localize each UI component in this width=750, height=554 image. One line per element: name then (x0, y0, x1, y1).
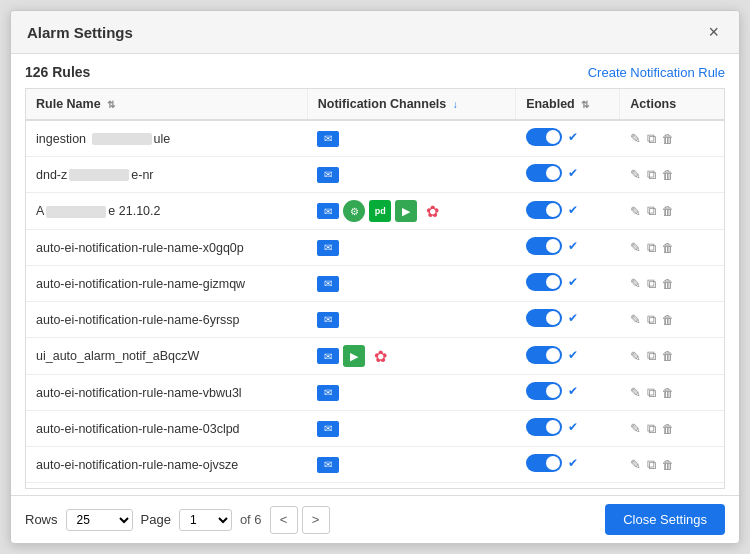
toggle-check-icon: ✔ (568, 130, 578, 144)
delete-icon[interactable]: 🗑 (662, 168, 674, 182)
delete-icon[interactable]: 🗑 (662, 422, 674, 436)
copy-icon[interactable]: ⧉ (647, 167, 656, 183)
email-icon: ✉ (317, 203, 339, 219)
copy-icon[interactable]: ⧉ (647, 385, 656, 401)
col-header-channels[interactable]: Notification Channels ↓ (307, 89, 515, 120)
rule-name-cell: auto-ei-notification-rule-name-x0gq0p (26, 230, 307, 266)
delete-icon[interactable]: 🗑 (662, 313, 674, 327)
toggle-switch[interactable] (526, 346, 562, 364)
table-header-row: Rule Name ⇅ Notification Channels ↓ Enab… (26, 89, 724, 120)
channels-cell: ✉▶✿ (307, 338, 515, 375)
edit-icon[interactable]: ✎ (630, 312, 641, 327)
toggle-switch[interactable] (526, 454, 562, 472)
enabled-cell: ✔ (516, 230, 620, 266)
edit-icon[interactable]: ✎ (630, 457, 641, 472)
toggle-switch[interactable] (526, 382, 562, 400)
toggle-switch-container[interactable]: ✔ (526, 128, 578, 146)
actions-cell: ✎⧉🗑 (620, 302, 724, 338)
next-page-button[interactable]: > (302, 506, 330, 534)
webhook-icon: ✿ (421, 200, 443, 222)
toggle-switch-container[interactable]: ✔ (526, 454, 578, 472)
toggle-switch-container[interactable]: ✔ (526, 346, 578, 364)
toggle-check-icon: ✔ (568, 311, 578, 325)
pagerduty-icon: pd (369, 200, 391, 222)
edit-icon[interactable]: ✎ (630, 276, 641, 291)
copy-icon[interactable]: ⧉ (647, 421, 656, 437)
toggle-switch-container[interactable]: ✔ (526, 309, 578, 327)
toggle-switch[interactable] (526, 201, 562, 219)
edit-icon[interactable]: ✎ (630, 421, 641, 436)
copy-icon[interactable]: ⧉ (647, 312, 656, 328)
rows-select[interactable]: 25 10 50 100 (66, 509, 133, 531)
edit-icon[interactable]: ✎ (630, 349, 641, 364)
enabled-cell: ✔ (516, 157, 620, 193)
delete-icon[interactable]: 🗑 (662, 132, 674, 146)
copy-icon[interactable]: ⧉ (647, 203, 656, 219)
toggle-switch-container[interactable]: ✔ (526, 164, 578, 182)
enabled-cell: ✔ (516, 302, 620, 338)
top-bar: 126 Rules Create Notification Rule (25, 64, 725, 80)
toggle-switch[interactable] (526, 273, 562, 291)
toggle-switch-container[interactable]: ✔ (526, 237, 578, 255)
email-icon: ✉ (317, 240, 339, 256)
email-icon: ✉ (317, 131, 339, 147)
toggle-check-icon: ✔ (568, 275, 578, 289)
close-settings-button[interactable]: Close Settings (605, 504, 725, 535)
rule-name-cell: auto-ei-notification-rule-name-vbwu3l (26, 375, 307, 411)
col-header-actions: Actions (620, 89, 724, 120)
toggle-switch[interactable] (526, 237, 562, 255)
actions-cell: ✎⧉🗑 (620, 193, 724, 230)
toggle-switch-container[interactable]: ✔ (526, 273, 578, 291)
rows-label: Rows (25, 512, 58, 527)
rule-name-cell: ui_auto_alarm_notif_aBqczW (26, 338, 307, 375)
toggle-switch[interactable] (526, 418, 562, 436)
toggle-switch-container[interactable]: ✔ (526, 201, 578, 219)
table-row: auto-ei-notification-rule-name-03clpd✉✔✎… (26, 411, 724, 447)
col-header-enabled[interactable]: Enabled ⇅ (516, 89, 620, 120)
copy-icon[interactable]: ⧉ (647, 457, 656, 473)
enabled-cell: ✔ (516, 193, 620, 230)
toggle-check-icon: ✔ (568, 239, 578, 253)
copy-icon[interactable]: ⧉ (647, 240, 656, 256)
toggle-check-icon: ✔ (568, 420, 578, 434)
edit-icon[interactable]: ✎ (630, 385, 641, 400)
toggle-switch[interactable] (526, 309, 562, 327)
enabled-cell: ✔ (516, 411, 620, 447)
delete-icon[interactable]: 🗑 (662, 241, 674, 255)
sort-icon-channels: ↓ (453, 99, 458, 110)
page-label: Page (141, 512, 171, 527)
table-row: dnd-ze-nr✉✔✎⧉🗑 (26, 157, 724, 193)
modal-close-button[interactable]: × (704, 21, 723, 43)
actions-cell: ✎⧉🗑 (620, 447, 724, 483)
delete-icon[interactable]: 🗑 (662, 277, 674, 291)
copy-icon[interactable]: ⧉ (647, 131, 656, 147)
toggle-switch-container[interactable]: ✔ (526, 382, 578, 400)
edit-icon[interactable]: ✎ (630, 240, 641, 255)
table-body: ingestion ule✉✔✎⧉🗑dnd-ze-nr✉✔✎⧉🗑Ae 21.10… (26, 120, 724, 489)
edit-icon[interactable]: ✎ (630, 204, 641, 219)
toggle-switch-container[interactable]: ✔ (526, 418, 578, 436)
gear-icon: ⚙ (343, 200, 365, 222)
copy-icon[interactable]: ⧉ (647, 348, 656, 364)
toggle-switch[interactable] (526, 164, 562, 182)
green-arrow-icon: ▶ (343, 345, 365, 367)
delete-icon[interactable]: 🗑 (662, 204, 674, 218)
delete-icon[interactable]: 🗑 (662, 458, 674, 472)
email-icon: ✉ (317, 348, 339, 364)
channels-cell: ✉ (307, 375, 515, 411)
prev-page-button[interactable]: < (270, 506, 298, 534)
rule-name-cell: Ae 21.10.2 (26, 193, 307, 230)
channels-cell: ✉ (307, 411, 515, 447)
copy-icon[interactable]: ⧉ (647, 276, 656, 292)
email-icon: ✉ (317, 276, 339, 292)
sort-icon-enabled: ⇅ (581, 99, 589, 110)
page-select[interactable]: 1 2 3 4 5 6 (179, 509, 232, 531)
edit-icon[interactable]: ✎ (630, 167, 641, 182)
delete-icon[interactable]: 🗑 (662, 386, 674, 400)
create-notification-rule-link[interactable]: Create Notification Rule (588, 65, 725, 80)
toggle-switch[interactable] (526, 128, 562, 146)
col-header-name[interactable]: Rule Name ⇅ (26, 89, 307, 120)
pagination: Rows 25 10 50 100 Page 1 2 3 4 5 6 of 6 … (25, 506, 330, 534)
edit-icon[interactable]: ✎ (630, 131, 641, 146)
delete-icon[interactable]: 🗑 (662, 349, 674, 363)
